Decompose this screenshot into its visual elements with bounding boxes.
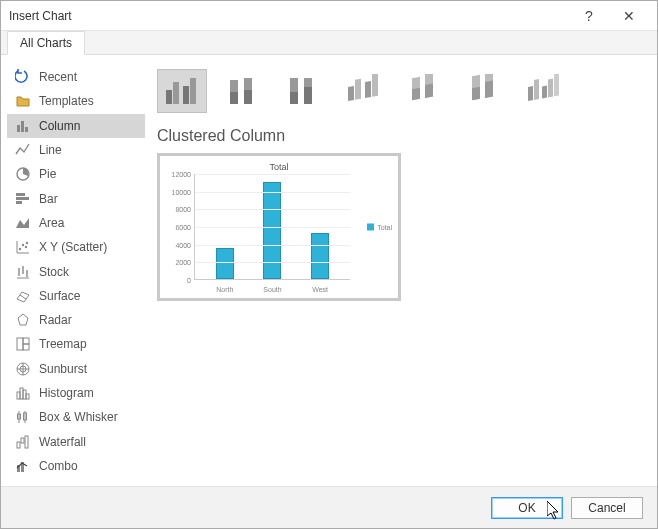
sidebar-item-label: Line: [39, 143, 62, 157]
svg-marker-20: [18, 314, 28, 325]
surface-icon: [15, 288, 31, 304]
svg-rect-38: [25, 436, 28, 448]
svg-rect-58: [412, 88, 420, 100]
svg-rect-37: [21, 438, 24, 443]
gridline: [195, 262, 350, 263]
sidebar-item-stock[interactable]: Stock: [7, 259, 145, 283]
svg-rect-66: [534, 79, 539, 100]
svg-rect-42: [173, 82, 179, 104]
histogram-icon: [15, 385, 31, 401]
sidebar-item-scatter[interactable]: X Y (Scatter): [7, 235, 145, 259]
svg-rect-64: [485, 81, 493, 98]
sidebar-item-histogram[interactable]: Histogram: [7, 381, 145, 405]
help-button[interactable]: ?: [569, 2, 609, 30]
svg-rect-1: [21, 121, 24, 132]
svg-point-13: [26, 242, 28, 244]
sidebar-item-label: Area: [39, 216, 64, 230]
chart-y-axis: 120001000080006000400020000: [167, 174, 193, 279]
y-tick: 8000: [175, 206, 191, 213]
y-tick: 6000: [175, 224, 191, 231]
subtype-stacked-column[interactable]: [217, 69, 267, 113]
sidebar-item-area[interactable]: Area: [7, 211, 145, 235]
gridline: [195, 174, 350, 175]
recent-icon: [15, 69, 31, 85]
sidebar-item-combo[interactable]: Combo: [7, 454, 145, 478]
titlebar: Insert Chart ? ✕: [1, 1, 657, 31]
bar-icon: [15, 191, 31, 207]
subtype-3d-stacked-column[interactable]: [397, 69, 447, 113]
treemap-icon: [15, 336, 31, 352]
sidebar-item-column[interactable]: Column: [7, 114, 145, 138]
svg-rect-53: [348, 86, 354, 101]
sidebar-item-templates[interactable]: Templates: [7, 89, 145, 113]
chart-subtype-title: Clustered Column: [157, 127, 643, 145]
subtype-clustered-column[interactable]: [157, 69, 207, 113]
sidebar-item-line[interactable]: Line: [7, 138, 145, 162]
svg-rect-41: [166, 90, 172, 104]
sidebar-item-box-whisker[interactable]: Box & Whisker: [7, 405, 145, 429]
sidebar-item-label: Surface: [39, 289, 80, 303]
sidebar-item-bar[interactable]: Bar: [7, 186, 145, 210]
y-tick: 2000: [175, 259, 191, 266]
svg-rect-52: [304, 87, 312, 104]
subtype-3d-clustered-column[interactable]: [337, 69, 387, 113]
sidebar-item-label: Bar: [39, 192, 58, 206]
x-label: North: [210, 286, 240, 293]
svg-rect-44: [190, 78, 196, 104]
gridline: [195, 227, 350, 228]
sidebar-item-label: Waterfall: [39, 435, 86, 449]
svg-rect-50: [290, 92, 298, 104]
column-subtype-row: [157, 69, 643, 113]
y-tick: 4000: [175, 241, 191, 248]
close-button[interactable]: ✕: [609, 2, 649, 30]
dialog-footer: OK Cancel: [1, 486, 657, 528]
sidebar-item-waterfall[interactable]: Waterfall: [7, 429, 145, 453]
subtype-3d-column[interactable]: [517, 69, 567, 113]
svg-rect-0: [17, 125, 20, 132]
sidebar-item-label: Recent: [39, 70, 77, 84]
svg-rect-31: [26, 394, 29, 399]
svg-point-10: [19, 248, 21, 250]
sidebar-item-surface[interactable]: Surface: [7, 284, 145, 308]
sidebar-item-sunburst[interactable]: Sunburst: [7, 357, 145, 381]
sidebar-item-recent[interactable]: Recent: [7, 65, 145, 89]
insert-chart-dialog: Insert Chart ? ✕ All Charts Recent Templ…: [0, 0, 658, 529]
sidebar-item-label: Pie: [39, 167, 56, 181]
subtype-percent-stacked-column[interactable]: [277, 69, 327, 113]
tabstrip: All Charts: [1, 31, 657, 55]
sidebar-item-label: Templates: [39, 94, 94, 108]
sidebar-item-treemap[interactable]: Treemap: [7, 332, 145, 356]
gridline: [195, 245, 350, 246]
gridline: [195, 209, 350, 210]
help-icon: ?: [585, 8, 593, 24]
svg-rect-69: [554, 74, 559, 96]
sidebar-item-pie[interactable]: Pie: [7, 162, 145, 186]
sidebar-item-label: Treemap: [39, 337, 87, 351]
tab-all-charts[interactable]: All Charts: [7, 31, 85, 55]
svg-rect-65: [528, 86, 533, 101]
chart-legend: Total: [367, 224, 392, 231]
chart-x-axis: NorthSouthWest: [195, 286, 350, 293]
tab-label: All Charts: [20, 36, 72, 50]
gridline: [195, 192, 350, 193]
y-tick: 10000: [172, 188, 191, 195]
stock-icon: [15, 264, 31, 280]
chart-bar: [216, 248, 234, 279]
svg-rect-68: [548, 79, 553, 98]
subtype-3d-percent-stacked-column[interactable]: [457, 69, 507, 113]
chart-preview[interactable]: Total 120001000080006000400020000 NorthS…: [157, 153, 401, 301]
sidebar-item-label: Radar: [39, 313, 72, 327]
sidebar-item-label: X Y (Scatter): [39, 240, 107, 254]
line-icon: [15, 142, 31, 158]
legend-label: Total: [377, 224, 392, 231]
y-tick: 12000: [172, 171, 191, 178]
chart-bar: [263, 182, 281, 279]
ok-label: OK: [518, 501, 535, 515]
chart-bar: [311, 233, 329, 279]
cancel-button[interactable]: Cancel: [571, 497, 643, 519]
svg-rect-4: [16, 193, 25, 196]
sidebar-item-label: Stock: [39, 265, 69, 279]
svg-rect-54: [355, 79, 361, 100]
ok-button[interactable]: OK: [491, 497, 563, 519]
sidebar-item-radar[interactable]: Radar: [7, 308, 145, 332]
